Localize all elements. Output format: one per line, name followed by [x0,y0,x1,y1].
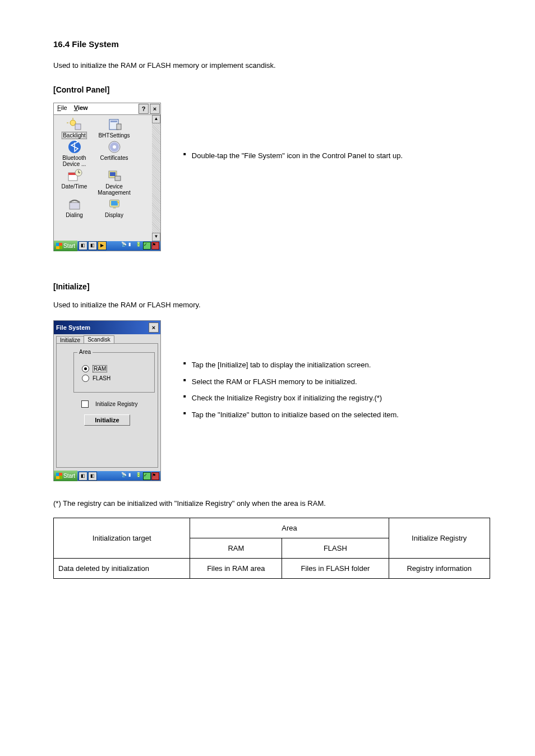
icon-bluetooth[interactable]: Bluetooth Device ... [56,140,93,167]
close-button[interactable]: × [150,104,160,114]
svg-rect-16 [110,172,116,176]
file-system-window: File System × Initialize Scandisk Area R… [53,320,161,481]
bullet-icon: ■ [183,377,186,382]
radio-icon [82,375,89,382]
scroll-down-icon[interactable]: ▼ [152,233,160,241]
svg-rect-22 [111,201,118,205]
tray-icon[interactable]: ◧ [79,241,87,250]
tab-panel: Area RAM FLASH Initialize Registry Initi… [56,343,158,468]
fieldset-legend: Area [77,349,93,355]
svg-rect-23 [113,207,116,209]
step-text: Select the RAM or FLASH memory to be ini… [192,376,357,388]
icon-datetime[interactable]: Date/Time [56,168,93,196]
icon-device-management[interactable]: Device Management [96,168,132,196]
intro-text: Used to initialize the RAM or FLASH memo… [53,60,490,71]
menu-file[interactable]: File [54,103,71,114]
windows-flag-icon [56,473,62,479]
svg-rect-18 [70,202,80,209]
icon-backlight[interactable]: Backlight [56,117,93,139]
tray-icon[interactable]: ⚑ [151,242,159,250]
th-registry: Initialize Registry [389,518,490,558]
tray-battery-icon: 🔋 [136,242,142,248]
step-text: Check the Initialize Registry box if ini… [192,393,382,404]
icon-dialing[interactable]: Dialing [56,197,93,218]
footnote: (*) The registry can be initialized with… [53,498,490,509]
tray-status-icon: 📡 [121,242,128,248]
tray-battery-icon: 🔋 [136,472,142,479]
tray-signal-icon: ▮ [128,472,135,479]
tray-icon[interactable]: ⚑ [151,472,159,480]
taskbar: Start ◧ ◧ ▶ 📡 ▮ 🔋 ✓ ⚑ [54,241,160,251]
icon-bhtsettings[interactable]: BHTSettings [96,117,132,139]
menu-view[interactable]: View [71,103,91,114]
tray-signal-icon: ▮ [128,242,135,248]
bullet-icon: ■ [183,394,186,399]
start-button[interactable]: Start [54,241,77,251]
td-deleted: Data deleted by initialization [54,558,190,578]
td-registry: Registry information [389,558,490,578]
initialize-button[interactable]: Initialize [84,414,130,426]
display-icon [106,197,123,211]
checkbox-icon [81,400,89,408]
svg-rect-5 [110,121,117,122]
step-text: Tap the [Initialize] tab to display the … [192,359,371,371]
tray-icon[interactable]: ◧ [88,241,97,250]
tray-icon[interactable]: ✓ [143,472,151,480]
tray-icon[interactable]: ✓ [143,242,151,250]
window-title: File System [56,324,90,331]
tab-scandisk[interactable]: Scandisk [84,335,114,343]
icon-display[interactable]: Display [96,197,132,218]
svg-point-20 [77,201,80,203]
svg-point-19 [70,201,72,203]
checkbox-initialize-registry[interactable]: Initialize Registry [81,400,146,408]
td-files-flash: Files in FLASH folder [282,558,389,578]
td-files-ram: Files in RAM area [190,558,282,578]
icon-grid: Backlight BHTSettings Bluetooth Device .… [54,115,152,241]
radio-icon [82,365,89,372]
th-ram: RAM [190,538,282,558]
scrollbar[interactable]: ▲ ▼ [152,115,160,241]
subsection-initialize: [Initialize] [53,282,490,291]
step-text: Tap the "Initialize" button to initializ… [192,409,399,421]
init-target-table: Initialization target Area Initialize Re… [53,518,490,579]
subsection-control-panel: [Control Panel] [53,85,490,94]
svg-rect-6 [117,124,121,130]
tray-icon[interactable]: ◧ [79,472,87,481]
tray-icon[interactable]: ◧ [88,472,97,481]
th-target: Initialization target [54,518,190,558]
help-button[interactable]: ? [139,104,149,114]
th-flash: FLASH [282,538,389,558]
start-button[interactable]: Start [54,471,77,481]
windows-flag-icon [56,243,62,249]
icon-certificates[interactable]: Certificates [96,140,132,167]
control-panel-window: File View ? × Backlight BHTSettings Blue… [53,103,161,251]
section-title: 16.4 File System [53,39,490,49]
titlebar: File System × [54,321,160,334]
svg-rect-17 [115,176,121,181]
bullet-icon: ■ [183,361,186,366]
svg-rect-3 [75,124,81,130]
radio-ram[interactable]: RAM [82,365,146,372]
area-fieldset: Area RAM FLASH [73,352,155,393]
cp-description: Double-tap the "File System" icon in the… [192,150,403,162]
th-area: Area [190,518,389,538]
svg-point-9 [113,145,116,149]
bullet-icon: ■ [183,151,186,156]
radio-flash[interactable]: FLASH [82,375,146,382]
close-button[interactable]: × [149,322,159,333]
menubar: File View ? × [54,103,160,115]
tab-bar: Initialize Scandisk [54,334,160,343]
tray-icon[interactable]: ▶ [98,241,107,250]
init-description: Used to initialize the RAM or FLASH memo… [53,299,490,311]
tab-initialize[interactable]: Initialize [56,336,84,344]
scroll-up-icon[interactable]: ▲ [152,115,160,123]
tray-status-icon: 📡 [121,472,128,479]
taskbar: Start ◧ ◧ 📡 ▮ 🔋 ✓ ⚑ [54,471,160,481]
bullet-icon: ■ [183,411,186,416]
